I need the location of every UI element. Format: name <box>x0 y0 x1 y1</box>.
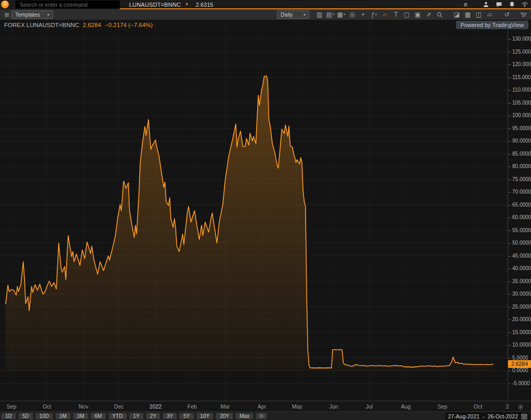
chat-icon[interactable] <box>495 1 503 8</box>
time-axis-label: May <box>292 403 302 410</box>
range-button-max[interactable]: Max <box>235 413 254 419</box>
price-axis-label: 45.0000 <box>512 253 531 259</box>
range-button-2y[interactable]: 2Y <box>146 413 160 419</box>
range-button-10y[interactable]: 10Y <box>196 413 214 419</box>
time-axis-label: Jul <box>366 403 373 410</box>
chart-style-icon[interactable]: ▥ <box>314 10 324 19</box>
time-axis[interactable]: SepOctNovDec2022FebMarAprMayJunJulAugSep… <box>0 401 531 411</box>
range-button-1d[interactable]: 1D <box>1 413 16 419</box>
compare-layout-icon[interactable]: ▤▾ <box>325 10 335 19</box>
chart-settings-icon[interactable]: ◫ <box>474 10 484 19</box>
templates-button[interactable]: Templates ▾ <box>11 10 53 19</box>
range-button-3m[interactable]: 3M <box>73 413 88 419</box>
edit-chart-icon[interactable]: ▱ <box>485 10 495 19</box>
date-range-to: 26-Oct-2022 <box>488 413 518 419</box>
price-axis-label: 60.0000 <box>512 214 531 221</box>
date-range-separator: - <box>483 413 485 419</box>
interval-select-value: Daily <box>281 11 293 18</box>
add-study-icon[interactable]: + <box>358 10 368 19</box>
time-axis-label: 2 <box>506 403 509 410</box>
axis-settings-gear-icon[interactable] <box>517 403 524 411</box>
calendar-icon[interactable] <box>521 413 527 419</box>
add-panel-icon[interactable]: ⊞ <box>2 11 11 18</box>
time-axis-label: Apr <box>258 403 266 410</box>
range-button-3y[interactable]: 3Y <box>162 413 177 419</box>
price-axis-label: 125.0000 <box>512 49 531 55</box>
time-axis-label: Oct <box>43 403 51 410</box>
range-settings-gear-icon[interactable] <box>256 413 267 419</box>
text-tool-icon[interactable]: T <box>391 10 401 19</box>
price-axis-label: 0.0000 <box>512 367 528 374</box>
time-axis-label: Nov <box>79 403 88 410</box>
range-button-20y[interactable]: 20Y <box>216 413 233 419</box>
menu-icon[interactable]: ≡ <box>461 1 470 8</box>
price-axis-label: 30.0000 <box>512 291 531 297</box>
time-axis-label: Dec <box>114 403 124 410</box>
cursor-tool-icon[interactable]: ⇗ <box>424 10 434 19</box>
indicators-icon[interactable]: ƒ▾ <box>369 10 379 19</box>
symbol-tab[interactable]: LUNAUSDT=BNNC ▾ 2.6315 <box>124 0 219 9</box>
range-button-5d[interactable]: 5D <box>18 413 33 419</box>
price-axis-label: 25.0000 <box>512 304 531 310</box>
tradingview-logo[interactable] <box>519 10 529 19</box>
price-axis-label: -5.0000 <box>512 380 530 387</box>
app-logo-icon[interactable] <box>1 1 9 8</box>
price-axis-label: 15.0000 <box>512 329 531 336</box>
price-axis-label: 130.0000 <box>512 36 531 42</box>
grid-layout-icon[interactable]: ▦▾ <box>336 10 346 19</box>
undo-icon[interactable]: ↺ <box>502 10 512 19</box>
zoom-icon[interactable] <box>435 10 445 19</box>
price-axis-label: 50.0000 <box>512 240 531 246</box>
price-axis[interactable]: 130.0000125.0000120.0000115.0000110.0000… <box>508 20 531 401</box>
date-range-picker[interactable]: 27-Aug-2021 - 26-Oct-2022 <box>445 412 530 420</box>
last-price-tag: 2.6284 <box>508 360 531 368</box>
price-axis-label: 35.0000 <box>512 278 531 285</box>
price-chart-plot[interactable] <box>0 20 508 401</box>
range-button-1y[interactable]: 1Y <box>129 413 144 419</box>
command-search-input[interactable] <box>16 1 120 8</box>
price-axis-label: 75.0000 <box>512 176 531 183</box>
chevron-down-icon: ▾ <box>304 12 306 17</box>
bottom-bar: 1D5D10D1M3M6MYTD1Y2Y3Y5Y10Y20YMax 27-Aug… <box>0 411 531 420</box>
bell-icon[interactable] <box>508 1 516 8</box>
data-table-icon[interactable]: ▦ <box>463 10 473 19</box>
price-axis-label: 105.0000 <box>512 100 531 106</box>
range-button-1m[interactable]: 1M <box>55 413 71 419</box>
toolbar-icon-group: Daily ▾ ▥▤▾▦▾◎+ƒ▾∩T▢▣⇗◪▦◫▱↺ <box>277 10 529 19</box>
time-axis-label: Aug <box>401 403 411 410</box>
range-button-ytd[interactable]: YTD <box>108 413 127 419</box>
target-icon[interactable]: ◎ <box>347 10 357 19</box>
range-button-10d[interactable]: 10D <box>35 413 53 419</box>
time-axis-label: Sep <box>7 403 17 410</box>
price-axis-label: 115.0000 <box>512 74 531 81</box>
timeframe-button-group: 1D5D10D1M3M6MYTD1Y2Y3Y5Y10Y20YMax <box>1 413 254 419</box>
selection-rect-icon[interactable]: ▢ <box>402 10 412 19</box>
time-axis-label: Mar <box>221 403 230 410</box>
user-icon[interactable] <box>482 1 490 8</box>
snapshot-icon[interactable]: ▣ <box>413 10 423 19</box>
chart-preview-icon[interactable]: ◪ <box>452 10 462 19</box>
price-axis-label: 65.0000 <box>512 202 531 208</box>
symbol-tab-price: 2.6315 <box>196 2 213 8</box>
chevron-down-icon: ▾ <box>344 12 346 17</box>
top-bar: LUNAUSDT=BNNC ▾ 2.6315 ≡ <box>0 0 531 9</box>
range-button-5y[interactable]: 5Y <box>179 413 194 419</box>
chart-area: FOREX LUNAUSDT=BNNC 2.6284 −0.2174 (−7.6… <box>0 20 531 401</box>
time-axis-label: Feb <box>187 403 197 410</box>
topbar-icon-group: ≡ <box>461 1 529 8</box>
symbol-tab-label: LUNAUSDT=BNNC <box>129 2 181 8</box>
wifi-icon[interactable] <box>521 1 529 8</box>
chevron-down-icon: ▾ <box>47 12 49 17</box>
interval-select[interactable]: Daily ▾ <box>277 10 309 19</box>
price-axis-label: 20.0000 <box>512 316 531 323</box>
templates-button-label: Templates <box>15 11 40 18</box>
price-axis-label: 110.0000 <box>512 87 531 93</box>
magnet-icon[interactable]: ∩ <box>380 10 390 19</box>
price-axis-label: 70.0000 <box>512 189 531 195</box>
chevron-down-icon[interactable]: ▾ <box>185 2 188 7</box>
chevron-down-icon: ▾ <box>333 12 335 17</box>
time-axis-label: Sep <box>438 403 448 410</box>
range-button-6m[interactable]: 6M <box>91 413 106 419</box>
time-axis-label: Jun <box>330 403 338 410</box>
price-axis-label: 120.0000 <box>512 61 531 68</box>
